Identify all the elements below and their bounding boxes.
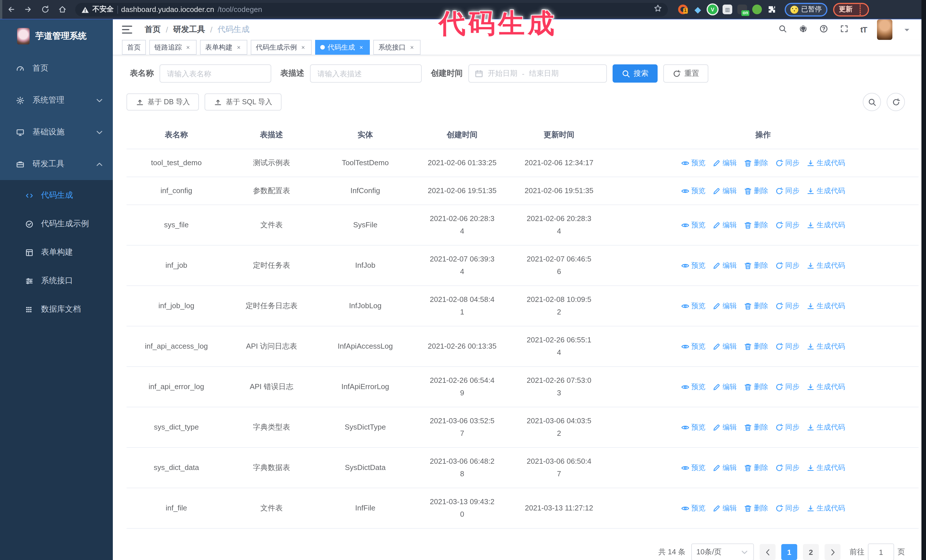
edit-link[interactable]: 编辑 (712, 340, 737, 353)
sync-link[interactable]: 同步 (775, 300, 799, 312)
generate-code-link[interactable]: 生成代码 (806, 300, 845, 312)
generate-code-link[interactable]: 生成代码 (806, 340, 845, 353)
delete-link[interactable]: 删除 (744, 300, 768, 312)
sidebar-item-infra[interactable]: 基础设施 (0, 116, 113, 148)
tab-close-icon[interactable]: × (185, 44, 191, 51)
delete-link[interactable]: 删除 (744, 259, 768, 272)
import-sql-button[interactable]: 基于 SQL 导入 (205, 94, 281, 110)
sync-link[interactable]: 同步 (775, 462, 799, 474)
sync-link[interactable]: 同步 (775, 184, 799, 197)
sync-link[interactable]: 同步 (775, 157, 799, 169)
preview-link[interactable]: 预览 (681, 219, 705, 231)
extension-icon[interactable]: on (737, 5, 747, 14)
page-size-select[interactable]: 10条/页 (691, 543, 754, 560)
sidebar-item-system-api[interactable]: 系统接口 (0, 267, 113, 295)
tab-codegen-example[interactable]: 代码生成示例× (251, 40, 312, 55)
preview-link[interactable]: 预览 (681, 340, 705, 353)
address-bar[interactable]: 不安全 dashboard.yudao.iocoder.cn/tool/code… (75, 3, 668, 16)
next-page-button[interactable] (825, 544, 841, 560)
generate-code-link[interactable]: 生成代码 (806, 184, 845, 197)
generate-code-link[interactable]: 生成代码 (806, 219, 845, 231)
delete-link[interactable]: 删除 (744, 184, 768, 197)
tab-form-builder[interactable]: 表单构建× (200, 40, 247, 55)
tab-close-icon[interactable]: × (300, 44, 307, 51)
reset-button[interactable]: 重置 (663, 64, 708, 83)
delete-link[interactable]: 删除 (744, 502, 768, 515)
table-desc-input[interactable] (310, 64, 422, 83)
tab-close-icon[interactable]: × (235, 44, 242, 51)
sidebar-item-home[interactable]: 首页 (0, 53, 113, 84)
generate-code-link[interactable]: 生成代码 (806, 157, 845, 169)
table-name-input[interactable] (160, 64, 271, 83)
extension-icon[interactable]: V (708, 5, 717, 14)
home-icon[interactable] (54, 3, 71, 16)
back-icon[interactable] (2, 3, 20, 16)
edit-link[interactable]: 编辑 (712, 502, 737, 515)
preview-link[interactable]: 预览 (681, 259, 705, 272)
font-size-icon[interactable]: tT (861, 25, 867, 34)
help-icon[interactable] (819, 24, 830, 35)
hamburger-icon[interactable] (122, 26, 132, 33)
delete-link[interactable]: 删除 (744, 340, 768, 353)
sync-link[interactable]: 同步 (775, 259, 799, 272)
edit-link[interactable]: 编辑 (712, 462, 737, 474)
page-button-1[interactable]: 1 (781, 544, 797, 560)
sync-link[interactable]: 同步 (775, 380, 799, 393)
sync-link[interactable]: 同步 (775, 502, 799, 515)
scrollbar[interactable] (921, 0, 926, 560)
tab-close-icon[interactable]: × (358, 44, 365, 51)
generate-code-link[interactable]: 生成代码 (806, 259, 845, 272)
chevron-down-icon[interactable] (903, 25, 911, 34)
toggle-search-button[interactable] (863, 93, 881, 111)
edit-link[interactable]: 编辑 (712, 380, 737, 393)
sidebar-item-form-builder[interactable]: 表单构建 (0, 238, 113, 267)
refresh-button[interactable] (887, 93, 905, 111)
page-button-2[interactable]: 2 (803, 544, 819, 560)
preview-link[interactable]: 预览 (681, 184, 705, 197)
generate-code-link[interactable]: 生成代码 (806, 462, 845, 474)
avatar[interactable] (877, 20, 893, 40)
sidebar-item-devtools[interactable]: 研发工具 (0, 148, 113, 180)
delete-link[interactable]: 删除 (744, 380, 768, 393)
sidebar-item-system[interactable]: 系统管理 (0, 84, 113, 116)
delete-link[interactable]: 删除 (744, 157, 768, 169)
sidebar-item-codegen[interactable]: 代码生成 (0, 181, 113, 210)
preview-link[interactable]: 预览 (681, 462, 705, 474)
generate-code-link[interactable]: 生成代码 (806, 502, 845, 515)
extension-icon[interactable]: ▥ (723, 5, 732, 14)
generate-code-link[interactable]: 生成代码 (806, 380, 845, 393)
edit-link[interactable]: 编辑 (712, 300, 737, 312)
edit-link[interactable]: 编辑 (712, 259, 737, 272)
tab-codegen[interactable]: 代码生成× (315, 40, 370, 55)
date-range-picker[interactable]: 开始日期 - 结束日期 (468, 64, 607, 83)
import-db-button[interactable]: 基于 DB 导入 (127, 94, 199, 110)
tab-close-icon[interactable]: × (409, 44, 415, 51)
edit-link[interactable]: 编辑 (712, 184, 737, 197)
search-button[interactable]: 搜索 (613, 64, 658, 83)
extension-icon[interactable] (752, 5, 762, 14)
generate-code-link[interactable]: 生成代码 (806, 421, 845, 433)
sync-link[interactable]: 同步 (775, 421, 799, 433)
search-icon[interactable] (778, 24, 789, 35)
sidebar-item-codegen-example[interactable]: 代码生成示例 (0, 210, 113, 238)
sidebar-item-db-doc[interactable]: 数据库文档 (0, 295, 113, 324)
edit-link[interactable]: 编辑 (712, 421, 737, 433)
preview-link[interactable]: 预览 (681, 380, 705, 393)
sync-link[interactable]: 同步 (775, 340, 799, 353)
app-logo[interactable]: 芋道管理系统 (0, 20, 113, 53)
preview-link[interactable]: 预览 (681, 502, 705, 515)
reload-icon[interactable] (36, 3, 54, 16)
profile-paused-pill[interactable]: 已暂停 (785, 3, 828, 16)
browser-menu-icon[interactable]: ⋮⋮ (857, 4, 863, 15)
delete-link[interactable]: 删除 (744, 219, 768, 231)
delete-link[interactable]: 删除 (744, 421, 768, 433)
extension-icon[interactable]: ◆ (693, 5, 703, 14)
edit-link[interactable]: 编辑 (712, 157, 737, 169)
sync-link[interactable]: 同步 (775, 219, 799, 231)
breadcrumb-devtools[interactable]: 研发工具 (173, 24, 205, 35)
tab-system-api[interactable]: 系统接口× (373, 40, 421, 55)
prev-page-button[interactable] (760, 544, 776, 560)
goto-page-input[interactable] (868, 543, 894, 560)
tab-home[interactable]: 首页 (122, 40, 146, 55)
github-icon[interactable] (799, 24, 809, 35)
